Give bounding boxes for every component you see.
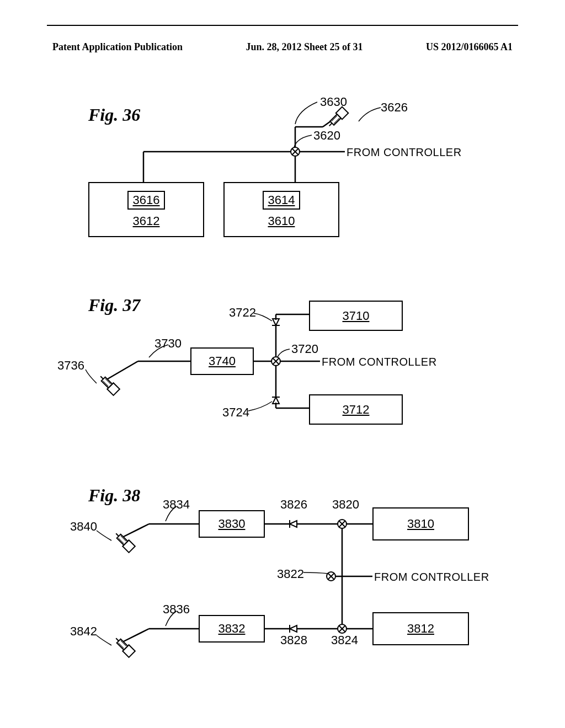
header-right: US 2012/0166065 A1 <box>426 41 513 53</box>
figure-36: Fig. 36 3616 3612 <box>72 94 491 248</box>
ref-3712: 3712 <box>343 403 370 417</box>
figure-38: Fig. 38 <box>72 480 508 673</box>
ref-3822: 3822 <box>277 567 304 581</box>
ref-3736: 3736 <box>57 358 84 373</box>
svg-line-68 <box>116 638 119 641</box>
ref-3730: 3730 <box>154 336 182 351</box>
ref-3724: 3724 <box>222 405 249 420</box>
ref-3720: 3720 <box>291 342 318 356</box>
page-header: Patent Application Publication Jun. 28, … <box>52 41 513 53</box>
figure-37: Fig. 37 <box>72 287 491 441</box>
box-3740: 3740 <box>190 347 254 375</box>
box-3612: 3616 3612 <box>88 182 204 237</box>
ref-3614: 3614 <box>263 191 301 210</box>
svg-line-57 <box>121 629 149 643</box>
svg-line-28 <box>105 361 138 381</box>
ref-3842: 3842 <box>70 624 97 639</box>
svg-line-55 <box>121 524 149 538</box>
ref-3830: 3830 <box>218 517 246 531</box>
ref-3616: 3616 <box>127 191 166 210</box>
ref-3828: 3828 <box>280 633 307 647</box>
ref-3612: 3612 <box>133 214 160 228</box>
svg-line-13 <box>329 123 332 126</box>
fig37-controller: FROM CONTROLLER <box>322 356 437 368</box>
ref-3722: 3722 <box>229 306 256 320</box>
svg-line-63 <box>116 533 119 536</box>
ref-3812: 3812 <box>407 622 434 636</box>
fig38-controller: FROM CONTROLLER <box>374 571 489 584</box>
svg-marker-49 <box>290 521 297 527</box>
box-3712: 3712 <box>309 394 403 425</box>
box-3710: 3710 <box>309 301 403 331</box>
ref-3840: 3840 <box>70 520 97 534</box>
box-3830: 3830 <box>199 510 265 538</box>
ref-3834: 3834 <box>163 497 190 512</box>
ref-3820: 3820 <box>332 497 359 512</box>
header-left: Patent Application Publication <box>52 41 183 53</box>
box-3810: 3810 <box>372 507 469 540</box>
ref-3810: 3810 <box>407 517 434 531</box>
ref-3630: 3630 <box>320 95 347 109</box>
svg-marker-52 <box>290 625 297 632</box>
header-center: Jun. 28, 2012 Sheet 25 of 31 <box>246 41 363 53</box>
ref-3620: 3620 <box>313 129 340 143</box>
ref-3832: 3832 <box>218 622 246 636</box>
ref-3740: 3740 <box>209 354 236 368</box>
ref-3824: 3824 <box>331 633 358 647</box>
box-3812: 3812 <box>372 612 469 645</box>
box-3610: 3614 3610 <box>223 182 339 237</box>
ref-3836: 3836 <box>163 602 190 617</box>
ref-3826: 3826 <box>280 497 307 512</box>
fig36-controller: FROM CONTROLLER <box>347 146 462 159</box>
ref-3610: 3610 <box>268 214 295 228</box>
svg-line-34 <box>100 376 103 379</box>
ref-3710: 3710 <box>343 309 370 323</box>
box-3832: 3832 <box>199 615 265 643</box>
ref-3626: 3626 <box>381 100 408 115</box>
